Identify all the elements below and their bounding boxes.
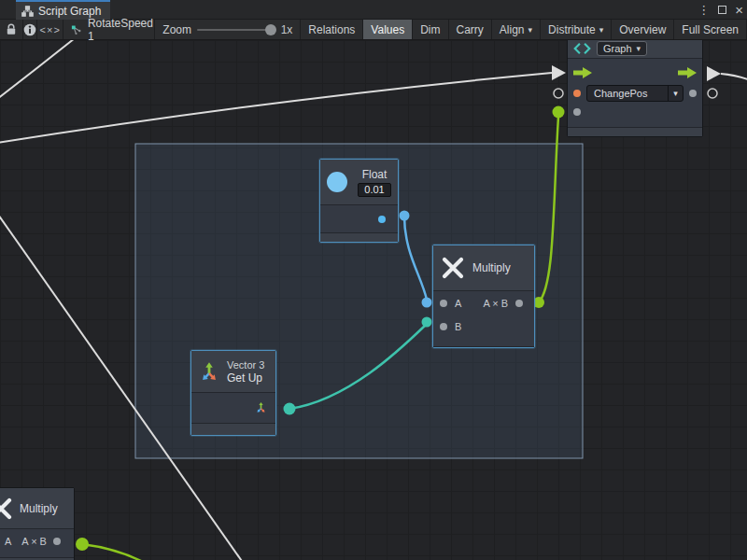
breadcrumb-label: RotateSpeed 1: [88, 17, 154, 43]
node-footer: [568, 127, 702, 136]
window-controls: ⋮ ×: [698, 0, 743, 20]
node-multiply[interactable]: Multiply A A × B B: [432, 245, 535, 348]
output-port[interactable]: [689, 90, 697, 97]
flow-arrowhead-left: [552, 65, 566, 80]
close-icon[interactable]: ×: [735, 3, 743, 17]
flow-arrowhead-right: [707, 66, 721, 81]
input-port-a[interactable]: [440, 300, 447, 307]
event-value-row: ChangePos ▾: [568, 83, 702, 104]
wire-endpoint: [422, 298, 432, 308]
toolbar: <×> RotateSpeed 1 Zoom 1x Relations Valu…: [0, 20, 747, 40]
overview-button[interactable]: Overview: [612, 20, 674, 39]
breadcrumb[interactable]: RotateSpeed 1: [63, 20, 155, 39]
relations-button[interactable]: Relations: [301, 20, 363, 39]
zoom-value: 1x: [281, 23, 293, 36]
dim-button[interactable]: Dim: [413, 20, 448, 39]
vector3-output-row: [191, 393, 275, 422]
carry-button[interactable]: Carry: [449, 20, 492, 39]
info-icon: [23, 23, 36, 36]
vector3-axes-icon: [197, 359, 221, 384]
wire-endpoint: [284, 403, 296, 415]
node-event-graph[interactable]: Graph ▾ ChangePos ▾: [567, 40, 703, 137]
node-footer: [433, 346, 534, 347]
graph-canvas[interactable]: Graph ▾ ChangePos ▾: [0, 40, 747, 560]
script-graph-icon: [21, 6, 34, 17]
multiply-x-icon: [0, 497, 13, 521]
empty-port-circle-right[interactable]: [708, 89, 717, 98]
node-type-label: Vector 3: [227, 359, 264, 371]
input-port[interactable]: [573, 90, 581, 97]
node-footer: [320, 232, 398, 242]
code-brackets-icon: <×>: [40, 24, 61, 35]
tab-title: Script Graph: [38, 5, 101, 18]
lock-button[interactable]: [0, 20, 23, 39]
multiply2-row-a: A A × B: [0, 529, 74, 553]
graph-dropdown[interactable]: Graph ▾: [597, 41, 647, 56]
window-menu-icon[interactable]: ⋮: [698, 4, 710, 16]
code-graph-icon: [573, 42, 591, 55]
float-value-input[interactable]: 0.01: [358, 183, 391, 197]
zoom-label: Zoom: [162, 23, 191, 36]
values-button[interactable]: Values: [363, 20, 413, 39]
caret-down-icon: ▾: [637, 44, 641, 53]
align-button[interactable]: Align▾: [492, 20, 541, 39]
info-button[interactable]: [23, 20, 37, 39]
node-title: Multiply: [472, 261, 511, 274]
caret-down-icon: ▾: [599, 25, 604, 35]
output-port[interactable]: [515, 300, 523, 307]
edit-graph-button[interactable]: <×>: [37, 20, 63, 39]
flow-wire-top-left[interactable]: [0, 40, 79, 99]
flow-out-arrow-icon[interactable]: [678, 67, 697, 78]
maximize-icon[interactable]: [718, 6, 726, 14]
vector3-output-port-icon[interactable]: [254, 400, 268, 414]
caret-down-icon: ▾: [529, 25, 533, 35]
multiply2-output-wire[interactable]: [82, 544, 143, 560]
event-extra-row: [568, 104, 702, 120]
caret-down-icon: ▾: [668, 86, 683, 101]
lock-icon: [6, 23, 17, 35]
wire-endpoint: [422, 317, 432, 328]
flow-wire-to-event[interactable]: [0, 73, 552, 143]
wire-endpoint: [76, 538, 89, 551]
multiply-row-a: A A × B: [433, 291, 534, 315]
float-output-row: [320, 205, 398, 232]
output-port[interactable]: [378, 216, 386, 223]
multiply-row-b: B: [433, 315, 534, 338]
node-title: Float: [362, 168, 388, 181]
graph-reference-icon: [71, 24, 82, 35]
multiply-x-icon: [441, 256, 465, 280]
output-port[interactable]: [53, 538, 61, 545]
node-title: Multiply: [20, 502, 58, 515]
changepos-dropdown[interactable]: ChangePos ▾: [586, 85, 684, 102]
empty-port-circle-left[interactable]: [554, 89, 563, 98]
node-multiply-2[interactable]: Multiply A A × B: [0, 487, 75, 560]
node-vector3-getup[interactable]: Vector 3 Get Up: [190, 350, 276, 436]
wire-endpoint: [400, 211, 410, 221]
zoom-slider[interactable]: [197, 29, 275, 31]
zoom-slider-handle[interactable]: [265, 24, 276, 35]
node-float[interactable]: Float 0.01: [319, 159, 399, 243]
wire-endpoint: [553, 106, 565, 119]
event-flow-row: [568, 63, 702, 83]
float-type-icon: [327, 172, 347, 192]
script-graph-window: Script Graph ⋮ × <×>: [0, 0, 747, 560]
input-port-b[interactable]: [440, 323, 447, 330]
input-port[interactable]: [573, 108, 581, 116]
flow-wire-from-event[interactable]: [721, 74, 747, 81]
node-footer: [191, 423, 275, 435]
fullscreen-button[interactable]: Full Screen: [674, 20, 747, 39]
flow-in-arrow-icon[interactable]: [573, 67, 592, 78]
toolbar-buttons: Relations Values Dim Carry Align▾ Distri…: [301, 20, 747, 39]
node-title: Get Up: [227, 371, 264, 385]
zoom-control: Zoom 1x: [155, 20, 301, 39]
distribute-button[interactable]: Distribute▾: [541, 20, 612, 39]
